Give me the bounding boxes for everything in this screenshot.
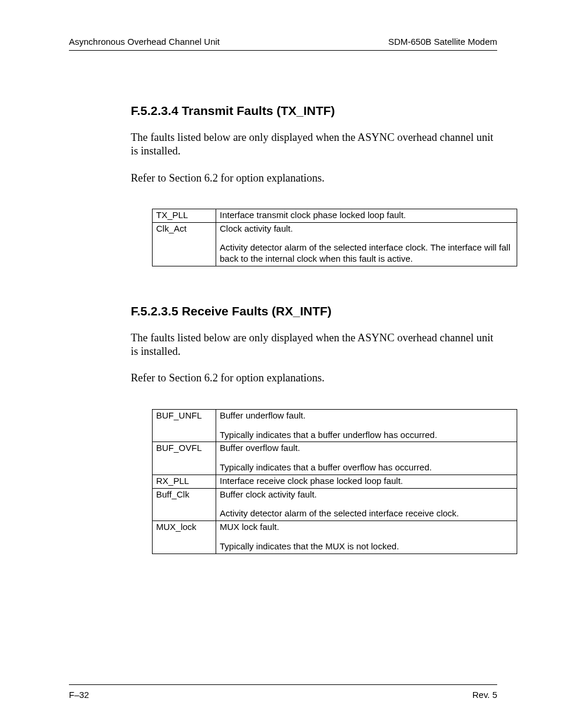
fault-desc-main: MUX lock fault. bbox=[220, 522, 513, 533]
fault-desc: Interface receive clock phase locked loo… bbox=[216, 475, 517, 488]
fault-desc-extra: Activity detector alarm of the selected … bbox=[220, 508, 459, 518]
page-content: F.5.2.3.4 Transmit Faults (TX_INTF) The … bbox=[69, 104, 497, 554]
fault-desc-extra: Activity detector alarm of the selected … bbox=[220, 242, 510, 263]
table-row: Buff_Clk Buffer clock activity fault. Ac… bbox=[153, 488, 517, 521]
section-heading-rx: F.5.2.3.5 Receive Faults (RX_INTF) bbox=[131, 304, 497, 318]
fault-desc: Buffer overflow fault. Typically indicat… bbox=[216, 442, 517, 475]
section-heading-tx: F.5.2.3.4 Transmit Faults (TX_INTF) bbox=[131, 104, 497, 118]
header-right: SDM-650B Satellite Modem bbox=[388, 37, 497, 47]
fault-desc-main: Interface receive clock phase locked loo… bbox=[220, 476, 513, 487]
running-header: Asynchronous Overhead Channel Unit SDM-6… bbox=[69, 37, 497, 47]
fault-key: TX_PLL bbox=[153, 209, 216, 222]
table-row: Clk_Act Clock activity fault. Activity d… bbox=[153, 222, 517, 266]
table-row: TX_PLL Interface transmit clock phase lo… bbox=[153, 209, 517, 222]
running-footer: F–32 Rev. 5 bbox=[69, 684, 497, 700]
fault-desc-main: Interface transmit clock phase locked lo… bbox=[220, 210, 513, 221]
fault-key: Clk_Act bbox=[153, 222, 216, 266]
fault-key: BUF_OVFL bbox=[153, 442, 216, 475]
table-row: BUF_OVFL Buffer overflow fault. Typicall… bbox=[153, 442, 517, 475]
footer-rule bbox=[69, 684, 497, 685]
fault-desc: Interface transmit clock phase locked lo… bbox=[216, 209, 517, 222]
fault-desc-main: Clock activity fault. bbox=[220, 223, 513, 235]
fault-desc-extra: Typically indicates that a buffer underf… bbox=[220, 430, 437, 440]
fault-key: MUX_lock bbox=[153, 521, 216, 554]
para-tx-2: Refer to Section 6.2 for option explanat… bbox=[131, 172, 497, 185]
fault-key: RX_PLL bbox=[153, 475, 216, 488]
table-rx-faults: BUF_UNFL Buffer underflow fault. Typical… bbox=[152, 409, 517, 554]
fault-desc: Buffer clock activity fault. Activity de… bbox=[216, 488, 517, 521]
table-row: RX_PLL Interface receive clock phase loc… bbox=[153, 475, 517, 488]
fault-desc: Buffer underflow fault. Typically indica… bbox=[216, 409, 517, 442]
fault-key: BUF_UNFL bbox=[153, 409, 216, 442]
header-rule bbox=[69, 50, 497, 51]
table-tx-faults: TX_PLL Interface transmit clock phase lo… bbox=[152, 209, 517, 266]
revision-label: Rev. 5 bbox=[472, 690, 497, 700]
fault-desc-extra: Typically indicates that the MUX is not … bbox=[220, 541, 399, 551]
fault-desc-main: Buffer overflow fault. bbox=[220, 443, 513, 454]
table-row: MUX_lock MUX lock fault. Typically indic… bbox=[153, 521, 517, 554]
fault-desc-extra: Typically indicates that a buffer overfl… bbox=[220, 462, 432, 472]
para-tx-1: The faults listed below are only display… bbox=[131, 131, 497, 159]
fault-desc: MUX lock fault. Typically indicates that… bbox=[216, 521, 517, 554]
table-row: BUF_UNFL Buffer underflow fault. Typical… bbox=[153, 409, 517, 442]
fault-desc-main: Buffer clock activity fault. bbox=[220, 489, 513, 500]
para-rx-2: Refer to Section 6.2 for option explanat… bbox=[131, 371, 497, 385]
header-left: Asynchronous Overhead Channel Unit bbox=[69, 37, 220, 47]
fault-desc: Clock activity fault. Activity detector … bbox=[216, 222, 517, 266]
page-number: F–32 bbox=[69, 690, 89, 700]
fault-desc-main: Buffer underflow fault. bbox=[220, 410, 513, 421]
fault-key: Buff_Clk bbox=[153, 488, 216, 521]
para-rx-1: The faults listed below are only display… bbox=[131, 331, 497, 359]
